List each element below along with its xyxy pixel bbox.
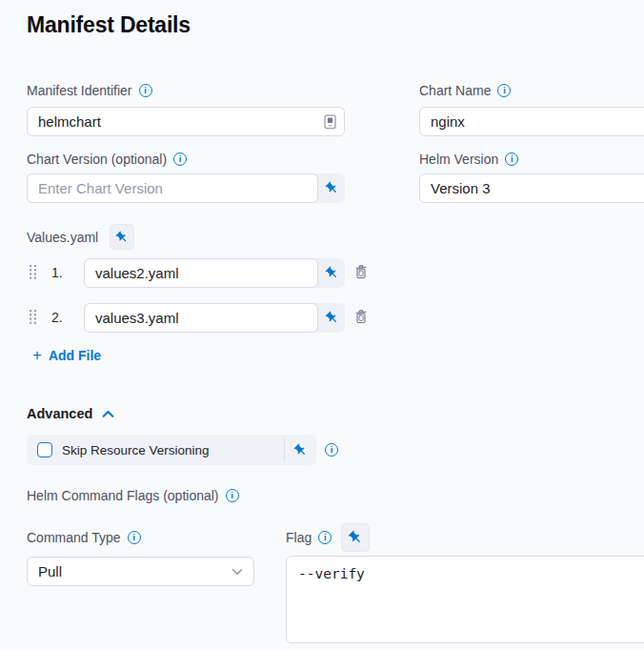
helm-version-select[interactable]: Version 3 [419, 173, 644, 203]
info-icon[interactable]: i [505, 152, 518, 166]
delete-file-button[interactable] [353, 308, 369, 325]
info-icon[interactable]: i [128, 531, 141, 544]
command-type-label: Command Type i [27, 530, 141, 545]
values-file-row: 2. [27, 303, 372, 332]
info-icon[interactable]: i [318, 531, 332, 544]
manifest-identifier-input[interactable] [27, 107, 345, 136]
drag-handle-icon[interactable] [29, 264, 37, 279]
chart-name-label: Chart Name i [419, 83, 511, 98]
pin-icon[interactable] [110, 224, 134, 250]
values-yaml-label: Values.yaml [27, 230, 98, 245]
delete-file-button[interactable] [353, 263, 369, 280]
values-file-input[interactable] [84, 303, 318, 333]
chart-name-input[interactable] [419, 107, 644, 136]
skip-resource-versioning-checkbox[interactable] [37, 442, 52, 457]
pin-icon[interactable] [284, 438, 316, 461]
trash-icon [353, 263, 369, 280]
skip-resource-versioning-label: Skip Resource Versioning [62, 443, 284, 457]
flag-label: Flag i [286, 530, 332, 545]
info-icon[interactable]: i [173, 152, 187, 166]
info-icon[interactable]: i [497, 84, 511, 97]
plus-icon: + [32, 347, 42, 363]
add-file-button[interactable]: + Add File [32, 347, 101, 363]
info-icon[interactable]: i [226, 489, 239, 502]
chart-version-label: Chart Version (optional) i [27, 152, 187, 167]
manifest-identifier-label: Manifest Identifier i [27, 83, 152, 98]
pin-icon[interactable] [318, 173, 345, 203]
flag-input[interactable]: --verify [286, 556, 644, 643]
row-number: 2. [51, 310, 63, 325]
info-icon[interactable]: i [325, 443, 338, 457]
chevron-down-icon [231, 568, 243, 576]
chevron-up-icon [102, 410, 114, 418]
values-file-input[interactable] [84, 258, 318, 288]
row-number: 1. [51, 265, 63, 280]
helm-version-label: Helm Version i [419, 152, 518, 167]
page-title: Manifest Details [27, 12, 191, 38]
helm-command-flags-label: Helm Command Flags (optional) i [27, 488, 239, 503]
pin-icon[interactable] [318, 258, 345, 288]
values-file-row: 1. [27, 258, 372, 287]
advanced-section-toggle[interactable]: Advanced [27, 406, 114, 421]
info-icon[interactable]: i [139, 84, 152, 97]
manifest-details-panel: Manifest Details Manifest Identifier i C… [0, 0, 644, 650]
pin-icon[interactable] [341, 523, 370, 552]
trash-icon [353, 308, 369, 325]
pin-icon[interactable] [318, 303, 345, 333]
chart-version-input-group [27, 173, 345, 203]
skip-resource-versioning-group: Skip Resource Versioning [27, 435, 316, 465]
drag-handle-icon[interactable] [29, 309, 37, 324]
command-type-select[interactable]: Pull [27, 557, 254, 586]
edit-id-icon[interactable] [324, 114, 336, 130]
chart-version-input[interactable] [27, 173, 318, 203]
